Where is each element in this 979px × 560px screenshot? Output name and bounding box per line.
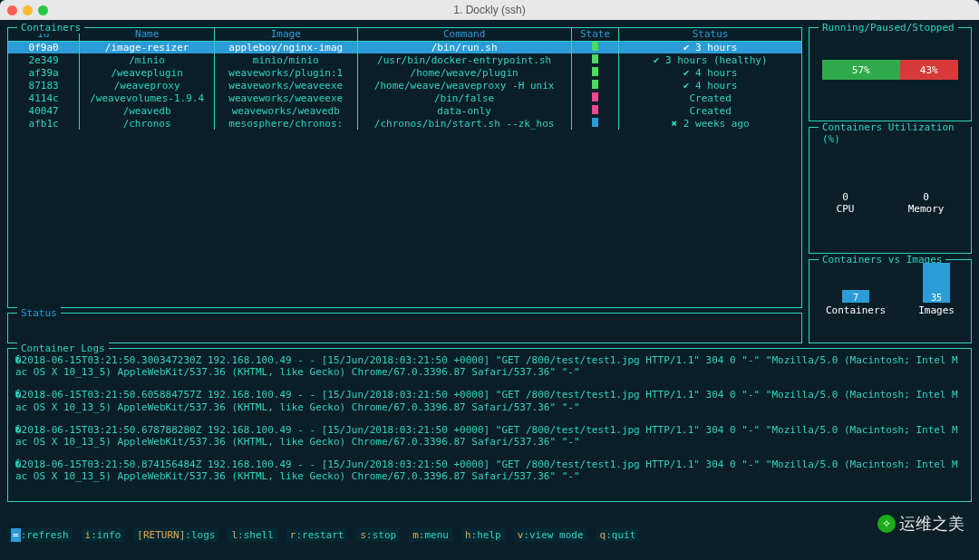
state-indicator	[592, 118, 598, 127]
col-status[interactable]: Status	[619, 28, 801, 41]
col-name[interactable]: Name	[80, 28, 215, 41]
log-line: �2018-06-15T03:21:50.874156484Z 192.168.…	[15, 459, 964, 482]
hint-refresh[interactable]: =:refresh	[7, 528, 73, 542]
rps-title: Running/Paused/Stopped	[819, 22, 958, 34]
log-line: �2018-06-15T03:21:50.605884757Z 192.168.…	[15, 389, 964, 412]
containers-table[interactable]: IdNameImageCommandStateStatus 0f9a0/imag…	[8, 28, 801, 130]
footer-hints: =:refreshi:info[RETURN]:logsl:shellr:res…	[7, 527, 972, 542]
rps-segment: 43%	[900, 60, 959, 80]
table-row[interactable]: af39a/weavepluginweaveworks/plugin:1/hom…	[8, 66, 801, 79]
logs-panel: Container Logs �2018-06-15T03:21:50.3003…	[7, 348, 972, 502]
hint-view mode[interactable]: v:view mode	[514, 528, 587, 542]
window-title: 1. Dockly (ssh)	[0, 4, 979, 16]
table-row[interactable]: 87183/weaveproxyweaveworks/weaveexe/home…	[8, 79, 801, 92]
table-row[interactable]: 0f9a0/image-resizerappleboy/nginx-imag/b…	[8, 41, 801, 53]
titlebar: 1. Dockly (ssh)	[0, 0, 979, 20]
hint-stop[interactable]: s:stop	[356, 528, 400, 542]
containers-panel: Containers IdNameImageCommandStateStatus…	[7, 27, 802, 308]
cpu-util: 0CPU	[837, 191, 855, 215]
hint-info[interactable]: i:info	[82, 528, 125, 542]
status-panel: Status	[7, 313, 802, 343]
table-row[interactable]: 2e349/miniominio/minio/usr/bin/docker-en…	[8, 53, 801, 66]
col-state[interactable]: State	[571, 28, 619, 41]
hint-restart[interactable]: r:restart	[286, 528, 348, 542]
hint-quit[interactable]: q:quit	[596, 528, 640, 542]
hint-logs[interactable]: [RETURN]:logs	[133, 528, 218, 542]
table-row[interactable]: 40047/weavedbweaveworks/weavedbdata-only…	[8, 104, 801, 117]
status-title: Status	[17, 307, 61, 319]
utilization-panel: Containers Utilization (%) 0CPU 0Memory	[809, 127, 972, 254]
hint-menu[interactable]: m:menu	[409, 528, 452, 542]
state-indicator	[592, 67, 598, 76]
watermark: ✧ 运维之美	[877, 513, 964, 535]
col-image[interactable]: Image	[215, 28, 358, 41]
log-line: �2018-06-15T03:21:50.678788280Z 192.168.…	[15, 424, 964, 448]
hint-help[interactable]: h:help	[461, 528, 505, 542]
rps-bar: 57%43%	[822, 60, 958, 80]
app: Containers IdNameImageCommandStateStatus…	[0, 20, 979, 526]
state-indicator	[592, 105, 598, 114]
state-indicator	[592, 92, 598, 101]
state-indicator	[592, 42, 598, 51]
logs-content[interactable]: �2018-06-15T03:21:50.300347230Z 192.168.…	[8, 349, 971, 499]
hint-shell[interactable]: l:shell	[228, 528, 276, 542]
table-row[interactable]: afb1c/chronosmesosphere/chronos:/chronos…	[8, 117, 801, 130]
logs-title: Container Logs	[17, 343, 109, 354]
wechat-icon: ✧	[877, 515, 896, 533]
running-paused-stopped-panel: Running/Paused/Stopped 57%43%	[809, 27, 972, 121]
containers-title: Containers	[17, 22, 84, 34]
rps-segment: 57%	[822, 60, 900, 80]
log-line: �2018-06-15T03:21:50.300347230Z 192.168.…	[15, 354, 964, 378]
state-indicator	[592, 54, 598, 63]
containers-vs-images-panel: Containers vs Images 7 Containers 35 Ima…	[809, 259, 972, 343]
util-title: Containers Utilization (%)	[819, 121, 971, 145]
col-command[interactable]: Command	[357, 28, 571, 41]
cvi-containers: 7 Containers	[826, 290, 886, 316]
state-indicator	[592, 80, 598, 89]
mem-util: 0Memory	[908, 191, 945, 215]
table-row[interactable]: 4114c/weavevolumes-1.9.4weaveworks/weave…	[8, 92, 801, 104]
cvi-images: 35 Images	[918, 263, 955, 316]
